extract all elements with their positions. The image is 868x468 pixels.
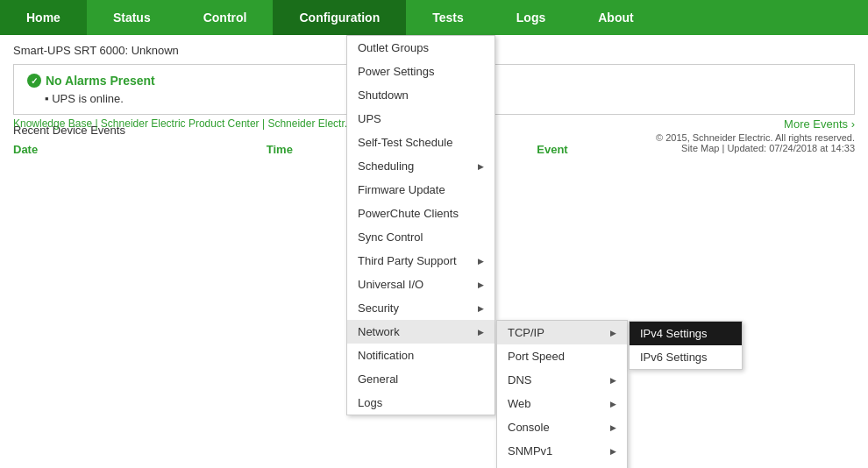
- menu-snmpv1[interactable]: SNMPv1: [497, 439, 627, 463]
- menu-third-party[interactable]: Third Party Support: [347, 249, 494, 273]
- menu-self-test[interactable]: Self-Test Schedule: [347, 131, 494, 154]
- menu-power-settings[interactable]: Power Settings: [347, 60, 494, 83]
- menu-snmpv3[interactable]: SNMPv3: [497, 463, 627, 468]
- menu-universal-io[interactable]: Universal I/O: [347, 273, 494, 296]
- footer-links[interactable]: Knowledge Base | Schneider Electric Prod…: [13, 117, 353, 130]
- tcpip-submenu: IPv4 Settings IPv6 Settings: [629, 321, 743, 370]
- menu-tcpip[interactable]: TCP/IP IPv4 Settings IPv6 Settings: [497, 321, 627, 344]
- menu-general[interactable]: General: [347, 367, 494, 391]
- config-dropdown: Outlet Groups Power Settings Shutdown UP…: [346, 35, 495, 415]
- config-menu: Outlet Groups Power Settings Shutdown UP…: [346, 35, 495, 415]
- nav-configuration[interactable]: Configuration: [273, 0, 406, 35]
- menu-sync-control[interactable]: Sync Control: [347, 225, 494, 249]
- more-events-link[interactable]: More Events ›: [656, 117, 855, 131]
- main-nav: Home Status Control Configuration Tests …: [0, 0, 868, 35]
- nav-logs[interactable]: Logs: [490, 0, 572, 35]
- menu-powerchute-clients[interactable]: PowerChute Clients: [347, 202, 494, 225]
- nav-about[interactable]: About: [572, 0, 659, 35]
- menu-ipv6-settings[interactable]: IPv6 Settings: [630, 345, 742, 369]
- nav-home[interactable]: Home: [0, 0, 87, 35]
- nav-control[interactable]: Control: [177, 0, 274, 35]
- menu-logs[interactable]: Logs: [347, 391, 494, 415]
- check-icon: ✓: [27, 74, 41, 88]
- menu-dns[interactable]: DNS: [497, 368, 627, 392]
- menu-console[interactable]: Console: [497, 415, 627, 439]
- menu-scheduling[interactable]: Scheduling: [347, 154, 494, 178]
- menu-firmware-update[interactable]: Firmware Update: [347, 178, 494, 202]
- menu-port-speed[interactable]: Port Speed: [497, 344, 627, 368]
- menu-tcpip-label: TCP/IP: [508, 326, 544, 339]
- menu-network-label: Network: [358, 325, 400, 338]
- network-submenu: TCP/IP IPv4 Settings IPv6 Settings Port …: [496, 320, 628, 468]
- menu-security[interactable]: Security: [347, 296, 494, 320]
- copyright: © 2015, Schneider Electric. All rights r…: [656, 132, 855, 143]
- menu-network[interactable]: Network TCP/IP IPv4 Settings IPv6 Settin…: [347, 320, 494, 344]
- menu-shutdown[interactable]: Shutdown: [347, 83, 494, 107]
- nav-tests[interactable]: Tests: [406, 0, 490, 35]
- sitemap: Site Map | Updated: 07/24/2018 at 14:33: [656, 143, 855, 153]
- menu-ipv4-settings[interactable]: IPv4 Settings: [630, 322, 742, 345]
- menu-web[interactable]: Web: [497, 392, 627, 415]
- menu-outlet-groups[interactable]: Outlet Groups: [347, 36, 494, 60]
- no-alarms-label: No Alarms Present: [46, 74, 155, 88]
- nav-status[interactable]: Status: [87, 0, 177, 35]
- menu-notification[interactable]: Notification: [347, 344, 494, 367]
- footer-right: More Events › © 2015, Schneider Electric…: [656, 117, 855, 153]
- menu-ups[interactable]: UPS: [347, 107, 494, 131]
